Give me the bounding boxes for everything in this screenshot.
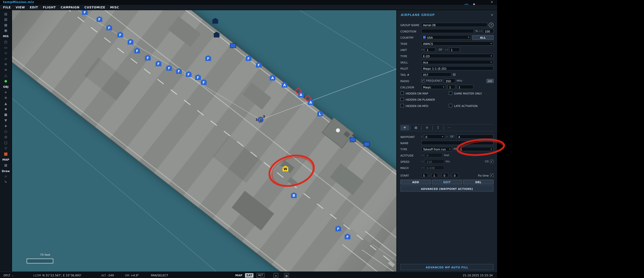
start-minute-input[interactable]: 0 xyxy=(442,173,448,177)
static-object-icon[interactable]: ■ xyxy=(1,112,10,117)
edit-waypoint-button[interactable]: EDIT xyxy=(432,179,462,184)
delete-waypoint-button[interactable]: DEL xyxy=(463,179,494,184)
unit-count-value[interactable]: 1 xyxy=(425,47,436,52)
start-hour-input[interactable]: 1 xyxy=(432,173,438,177)
map-filter-icon[interactable]: ≡ xyxy=(274,273,278,278)
menu-item-file[interactable]: FILE xyxy=(3,5,11,9)
gs-checkbox[interactable]: ✓ xyxy=(490,160,494,163)
map-unit-f[interactable]: F xyxy=(96,16,102,22)
map-unit-f[interactable]: F xyxy=(201,79,206,85)
stepper-right-icon[interactable]: › xyxy=(423,154,424,157)
rules-icon[interactable]: ◇ xyxy=(1,50,10,56)
map-unit-f[interactable]: F xyxy=(345,234,350,239)
menu-item-misc[interactable]: MISC xyxy=(110,5,119,9)
triggers-icon[interactable]: ▱ xyxy=(1,56,10,61)
summary-tab[interactable]: Σ xyxy=(434,125,442,130)
callsign-flight-input[interactable]: 1 xyxy=(448,85,456,89)
sat-view-button[interactable]: SAT xyxy=(245,273,254,277)
map-layers-icon[interactable]: ▦ xyxy=(1,162,10,168)
hidden-on-planner-checkbox[interactable] xyxy=(400,98,404,101)
advanced-waypoint-actions-button[interactable]: ADVANCED (WAYPOINT ACTIONS) xyxy=(400,185,494,192)
menu-item-flight[interactable]: FLIGHT xyxy=(43,5,56,9)
fix-time-checkbox[interactable]: ✓ xyxy=(490,173,494,177)
condition-input[interactable] xyxy=(421,29,474,33)
airplane-group-icon[interactable]: ✈ xyxy=(1,90,10,95)
hidden-on-map-checkbox[interactable] xyxy=(400,91,404,95)
waypoint-name-input[interactable] xyxy=(421,141,494,145)
livery-icon[interactable]: ▤ xyxy=(453,73,456,76)
help-icon[interactable]: ? xyxy=(489,22,494,27)
waypoint-prev-icon[interactable]: ‹ xyxy=(421,135,422,138)
route-tab[interactable]: ✈ xyxy=(400,125,409,130)
mach-value[interactable]: 0.438 xyxy=(425,165,444,170)
menu-item-customize[interactable]: CUSTOMIZE xyxy=(84,5,105,9)
condition-stepper[interactable]: ‹ › 100 xyxy=(479,29,494,33)
map-unit-f[interactable]: F xyxy=(246,55,252,61)
stepper-left-icon[interactable]: ‹ xyxy=(446,48,446,51)
map-unit-a[interactable]: A xyxy=(282,82,288,88)
stepper-right-icon[interactable]: › xyxy=(423,160,424,163)
print-icon[interactable]: ▣ xyxy=(1,28,10,33)
bullseye-icon[interactable]: ○ xyxy=(1,129,10,134)
unit-total-value[interactable]: 1 xyxy=(449,47,460,52)
map-viewport[interactable]: FFFFFFFFFFFFFF1FFAAAALB1FF13W10 70 feet xyxy=(12,10,396,272)
map-unit-f[interactable]: F1 xyxy=(205,55,211,61)
menu-item-view[interactable]: VIEW xyxy=(16,5,25,9)
open-mission-icon[interactable]: ▧ xyxy=(1,17,10,22)
menu-item-campaign[interactable]: CAMPAIGN xyxy=(61,5,80,9)
map-unit-a[interactable]: A xyxy=(270,75,276,81)
callsign-number-input[interactable]: 1 xyxy=(457,85,474,89)
map-unit-b[interactable]: B1 xyxy=(291,192,297,198)
map-options-icon[interactable]: ▦ xyxy=(284,273,289,278)
speed-value[interactable]: 210 xyxy=(425,159,444,164)
late-activation-checkbox[interactable] xyxy=(449,104,452,107)
map-unit-f[interactable]: F xyxy=(336,226,341,231)
altitude-stepper[interactable]: ‹ › 0 xyxy=(421,153,442,157)
ship-group-icon[interactable]: ▲ xyxy=(1,101,10,106)
map-unit-dark[interactable] xyxy=(212,18,218,24)
more-tab[interactable]: ⋯ xyxy=(445,125,454,130)
map-unit-squ[interactable] xyxy=(364,142,370,146)
advanced-wp-auto-fill-button[interactable]: ADVANCED WP AUTO FILL xyxy=(400,264,494,270)
map-unit-f[interactable]: F xyxy=(106,24,112,30)
altitude-value[interactable]: 0 xyxy=(425,153,443,157)
save-mission-icon[interactable]: ▦ xyxy=(1,22,10,28)
menu-item-edit[interactable]: EDIT xyxy=(30,5,38,9)
delete-icon[interactable]: ■ xyxy=(1,151,10,157)
helicopter-group-icon[interactable]: ⊕ xyxy=(1,95,10,101)
stepper-right-icon[interactable]: › xyxy=(423,166,424,169)
parking-select[interactable]: 1 ▾ xyxy=(458,147,494,151)
start-second-input[interactable]: 0 xyxy=(452,173,459,177)
task-select[interactable]: AWACS ▾ xyxy=(421,41,494,45)
unit-count-stepper[interactable]: ‹ › 1 xyxy=(421,47,436,52)
start-day-input[interactable]: 5 xyxy=(421,173,428,177)
goals-icon[interactable]: ≡ xyxy=(1,61,10,67)
new-mission-icon[interactable]: ▤ xyxy=(1,11,10,16)
summary-icon[interactable]: ≡ xyxy=(1,67,10,73)
map-unit-f[interactable]: F xyxy=(156,60,162,66)
waypoint-marker[interactable]: 13 xyxy=(258,117,263,122)
skill-select[interactable]: Ace ▾ xyxy=(421,60,494,64)
stepper-left-icon[interactable]: ‹ xyxy=(421,160,422,163)
map-unit-f[interactable]: F xyxy=(128,39,134,45)
stepper-right-icon[interactable]: › xyxy=(423,48,424,51)
speed-stepper[interactable]: ‹ › 210 xyxy=(421,159,444,164)
tail-number-input[interactable]: 057 xyxy=(421,72,451,77)
waypoint-type-select[interactable]: Takeoff from run ▾ xyxy=(421,147,452,151)
map-unit-f[interactable]: F xyxy=(134,48,140,53)
map-unit-f[interactable]: F xyxy=(176,68,182,74)
pilot-input[interactable]: Magic 1-1 (E-2D) xyxy=(421,66,494,70)
draw-text-icon[interactable]: ✎ xyxy=(1,179,10,185)
selected-unit-marker[interactable]: W10 xyxy=(282,166,288,171)
stepper-left-icon[interactable]: ‹ xyxy=(421,48,422,51)
vehicle-group-icon[interactable]: ◆ xyxy=(1,106,10,112)
map-unit-f[interactable]: F xyxy=(186,71,192,77)
country-select[interactable]: USA ▾ xyxy=(421,35,471,39)
game-master-only-checkbox[interactable] xyxy=(449,91,452,95)
map-unit-squ[interactable] xyxy=(350,137,356,142)
sync-icon[interactable]: ● xyxy=(1,78,10,84)
draw-shape-icon[interactable]: ▱ xyxy=(1,174,10,179)
frequency-input[interactable]: 350 xyxy=(444,78,455,83)
map-view-button[interactable]: MAP xyxy=(235,274,242,277)
map-unit-f[interactable]: F xyxy=(195,74,201,80)
